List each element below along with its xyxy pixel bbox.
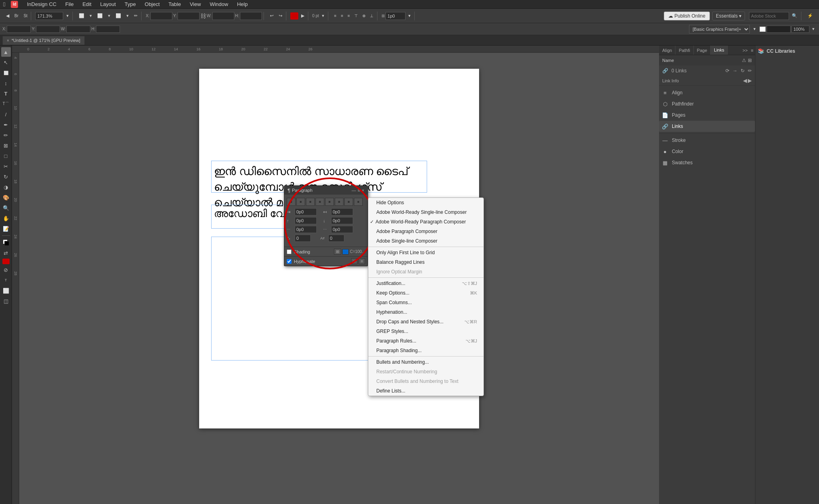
view-mode-4[interactable]: ▾ bbox=[106, 12, 112, 20]
pt-dropdown[interactable]: ▾ bbox=[320, 12, 326, 20]
view-preview[interactable]: ◫ bbox=[1, 296, 11, 306]
hyph-btn-1[interactable]: ≡ bbox=[351, 258, 358, 264]
tab-links[interactable]: Links bbox=[711, 46, 728, 55]
update-link-btn[interactable]: ↻ bbox=[741, 68, 745, 74]
zoom-input[interactable]: 171.3% bbox=[35, 12, 63, 20]
ctx-item-4[interactable]: Adobe Single-line Composer bbox=[368, 236, 483, 246]
zoom-tool[interactable]: 🔍 bbox=[1, 203, 11, 213]
zoom-dropdown[interactable]: ▾ bbox=[64, 12, 71, 20]
menu-view[interactable]: View bbox=[188, 1, 202, 7]
free-transform-tool[interactable]: ↻ bbox=[1, 172, 11, 181]
justify-para[interactable]: ≡ bbox=[316, 198, 324, 206]
goto-link-btn[interactable]: → bbox=[733, 68, 737, 74]
apple-menu[interactable]:  bbox=[3, 1, 5, 8]
link-info-next[interactable]: ▶ bbox=[748, 78, 752, 84]
note-tool[interactable]: 📝 bbox=[1, 224, 11, 233]
para-panel-minimize[interactable]: — bbox=[352, 188, 356, 193]
ctx-item-19[interactable]: Define Lists... bbox=[368, 386, 483, 396]
ctx-item-3[interactable]: Adobe Paragraph Composer bbox=[368, 227, 483, 236]
align-top-btn[interactable]: ⊤ bbox=[352, 12, 360, 20]
x2-input[interactable] bbox=[7, 26, 31, 33]
y2-input[interactable] bbox=[36, 26, 60, 33]
apply-none[interactable]: ⊘ bbox=[1, 265, 11, 275]
ctx-item-5[interactable]: Only Align First Line to Grid bbox=[368, 248, 483, 257]
menu-layout[interactable]: Layout bbox=[99, 1, 118, 7]
ctx-item-6[interactable]: Balance Ragged Lines bbox=[368, 257, 483, 267]
panel-expand-btn[interactable]: >> bbox=[741, 48, 749, 53]
type-path-tool[interactable]: T⌒ bbox=[1, 99, 11, 109]
rect-frame-tool[interactable]: ⊠ bbox=[1, 141, 11, 150]
panel-swatches[interactable]: ▦ Swatches bbox=[659, 157, 755, 168]
stroke-weight-input[interactable] bbox=[290, 12, 298, 20]
opacity-dropdown[interactable]: ▾ bbox=[810, 25, 817, 34]
ctx-item-2[interactable]: ✓Adobe World-Ready Paragraph Composer bbox=[368, 217, 483, 227]
y-input[interactable] bbox=[178, 12, 200, 20]
shading-swatch[interactable] bbox=[342, 249, 349, 255]
menu-object[interactable]: Object bbox=[143, 1, 162, 7]
links-warning-icon[interactable]: ⚠ bbox=[742, 58, 746, 63]
dropcap-chars-input[interactable] bbox=[328, 235, 344, 242]
view-mode-5[interactable]: ⬜ bbox=[114, 12, 123, 20]
align-left-para[interactable]: ≡ bbox=[287, 198, 296, 206]
bridge-button[interactable]: Br bbox=[12, 12, 20, 20]
scissors-tool[interactable]: ✂ bbox=[1, 161, 11, 171]
fill-input[interactable] bbox=[767, 26, 791, 33]
formatting-affects[interactable]: T bbox=[1, 275, 11, 285]
indent-left-input[interactable] bbox=[295, 208, 317, 215]
document-tab[interactable]: × *Untitled-1 @ 171% [GPU Preview] bbox=[2, 36, 85, 45]
ctx-item-13[interactable]: GREP Styles... bbox=[368, 327, 483, 336]
ctx-item-16[interactable]: Bullets and Numbering... bbox=[368, 357, 483, 367]
direct-select-tool[interactable]: ↖ bbox=[1, 58, 11, 67]
x-input[interactable] bbox=[150, 12, 172, 20]
line-tool[interactable]: / bbox=[1, 110, 11, 119]
relink-btn[interactable]: ⟳ bbox=[725, 68, 729, 74]
fill-swatch[interactable] bbox=[759, 26, 766, 32]
align-right-btn[interactable]: ≡ bbox=[346, 12, 352, 20]
pencil-tool[interactable]: ✏ bbox=[1, 130, 11, 140]
pen-tool[interactable]: ✏ bbox=[132, 12, 140, 20]
h2-input[interactable] bbox=[96, 26, 120, 33]
panel-menu-btn[interactable]: ≡ bbox=[749, 48, 755, 53]
panel-stroke[interactable]: — Stroke bbox=[659, 135, 755, 146]
view-mode-1[interactable]: ⬜ bbox=[77, 12, 86, 20]
back-button[interactable]: ◀ bbox=[4, 12, 11, 20]
swap-fill-stroke[interactable]: ⇄ bbox=[1, 248, 11, 258]
tab-close[interactable]: × bbox=[7, 38, 9, 43]
align-left-btn[interactable]: ≡ bbox=[332, 12, 339, 20]
gradient-tool[interactable]: ◑ bbox=[1, 182, 11, 192]
panel-pages[interactable]: 📄 Pages bbox=[659, 110, 755, 121]
align-grid-input2[interactable] bbox=[331, 226, 353, 233]
frame-style-select[interactable]: [Basic Graphics Frame]+ bbox=[689, 25, 750, 34]
justify-last-center[interactable]: ≡ bbox=[335, 198, 344, 206]
opacity-input[interactable] bbox=[791, 26, 809, 33]
dropcap-lines-input[interactable] bbox=[295, 235, 311, 242]
links-plus-icon[interactable]: ⊞ bbox=[748, 58, 752, 63]
hand-tool[interactable]: ✋ bbox=[1, 213, 11, 223]
essentials-button[interactable]: Essentials ▾ bbox=[712, 12, 745, 20]
publish-online-button[interactable]: ☁ Publish Online bbox=[664, 12, 710, 20]
view-mode-2[interactable]: ▾ bbox=[88, 12, 94, 20]
menu-table[interactable]: Table bbox=[167, 1, 182, 7]
apply-color[interactable] bbox=[2, 259, 10, 264]
panel-links[interactable]: 🔗 Links bbox=[659, 121, 755, 132]
pen-tool[interactable]: ✒ bbox=[1, 120, 11, 129]
ctx-item-14[interactable]: Paragraph Rules...⌥⌘J bbox=[368, 336, 483, 346]
scroll-area[interactable]: ഇൻ ഡിസൈനിൽ സാധാരണ ടൈപ് ചെയ്യുമ്പോൾ ഈ സെറ… bbox=[19, 53, 659, 504]
para-panel-menu[interactable]: ≡ bbox=[358, 188, 360, 193]
menu-help[interactable]: Help bbox=[236, 1, 250, 7]
paragraph-panel-header[interactable]: ¶ Paragraph — ≡ × bbox=[284, 186, 368, 195]
view-mode-6[interactable]: ▾ bbox=[124, 12, 131, 20]
select-tool[interactable]: ▲ bbox=[1, 47, 11, 57]
panel-pathfinder[interactable]: ⬡ Pathfinder bbox=[659, 98, 755, 110]
menu-window[interactable]: Window bbox=[208, 1, 230, 7]
para-panel-close[interactable]: × bbox=[362, 188, 364, 193]
redo-button[interactable]: ↪ bbox=[277, 12, 284, 20]
tab-align[interactable]: Align bbox=[659, 46, 675, 55]
search-button[interactable]: 🔍 bbox=[790, 12, 799, 20]
menu-file[interactable]: File bbox=[64, 1, 75, 7]
align-right-para[interactable]: ≡ bbox=[306, 198, 315, 206]
view-mode-3[interactable]: ⬜ bbox=[95, 12, 105, 20]
panel-align[interactable]: ≡ Align bbox=[659, 87, 755, 98]
space-before-input[interactable] bbox=[295, 217, 317, 224]
ctx-item-0[interactable]: Hide Options bbox=[368, 198, 483, 207]
